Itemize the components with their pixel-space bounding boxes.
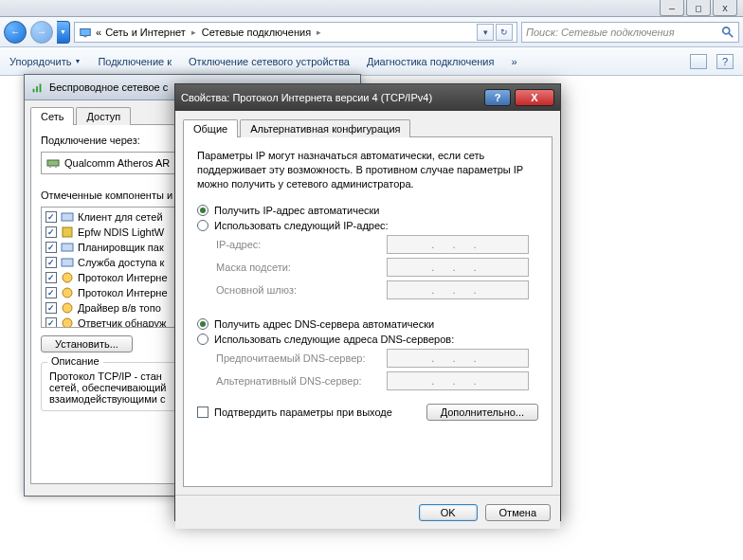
ipv4-properties-dialog: Свойства: Протокол Интернета версии 4 (T… xyxy=(174,83,561,521)
breadcrumb-sep: ▸ xyxy=(317,27,321,37)
svg-point-15 xyxy=(63,288,72,298)
svg-rect-12 xyxy=(62,244,73,251)
svg-rect-5 xyxy=(36,86,38,92)
confirm-label: Подтвердить параметры при выходе xyxy=(214,406,392,418)
tab-alt-config[interactable]: Альтернативная конфигурация xyxy=(240,119,410,137)
cancel-button[interactable]: Отмена xyxy=(485,504,551,521)
svg-point-17 xyxy=(63,318,72,328)
dialog-title: Беспроводное сетевое с xyxy=(49,81,168,93)
explorer-toolbar: Упорядочить ▼ Подключение к Отключение с… xyxy=(0,47,743,76)
help-button[interactable]: ? xyxy=(484,89,511,106)
dns-pref-input: . . . xyxy=(387,349,529,368)
svg-line-3 xyxy=(729,32,733,36)
svg-point-14 xyxy=(63,273,72,282)
advanced-button[interactable]: Дополнительно... xyxy=(426,404,538,421)
svg-rect-8 xyxy=(49,166,51,168)
refresh-button[interactable]: ↻ xyxy=(496,24,513,41)
ip-address-label: IP-адрес: xyxy=(216,239,387,250)
driver-icon xyxy=(61,301,74,315)
radio-icon xyxy=(197,318,208,330)
radio-icon xyxy=(197,334,208,345)
svg-point-16 xyxy=(63,303,72,313)
organize-menu[interactable]: Упорядочить ▼ xyxy=(9,56,81,67)
help-icon[interactable]: ? xyxy=(716,54,734,69)
dns-auto-radio[interactable]: Получить адрес DNS-сервера автоматически xyxy=(197,318,538,330)
dns-pref-label: Предпочитаемый DNS-сервер: xyxy=(216,352,387,364)
gateway-label: Основной шлюз: xyxy=(216,284,387,296)
dns-alt-label: Альтернативный DNS-сервер: xyxy=(216,375,387,387)
dialog-footer: OK Отмена xyxy=(175,495,560,529)
scheduler-icon xyxy=(61,241,74,254)
wifi-icon xyxy=(30,81,44,94)
minimize-button[interactable]: – xyxy=(660,0,684,16)
address-bar[interactable]: « Сеть и Интернет ▸ Сетевые подключения … xyxy=(74,22,517,43)
subnet-mask-input: . . . xyxy=(387,258,529,277)
search-input[interactable]: Поиск: Сетевые подключения xyxy=(521,22,739,43)
svg-rect-7 xyxy=(47,160,59,166)
svg-rect-9 xyxy=(55,166,57,168)
description-title: Описание xyxy=(47,355,103,367)
subnet-mask-label: Маска подсети: xyxy=(216,262,387,273)
protocol-icon xyxy=(61,286,74,299)
close-button[interactable]: X xyxy=(515,89,554,106)
ok-button[interactable]: OK xyxy=(419,504,478,521)
disable-device-button[interactable]: Отключение сетевого устройства xyxy=(189,56,350,67)
service-icon xyxy=(61,256,74,269)
protocol-icon xyxy=(61,271,74,284)
tab-access[interactable]: Доступ xyxy=(76,107,131,125)
radio-icon xyxy=(197,205,208,216)
checkbox[interactable]: ✓ xyxy=(45,287,57,298)
checkbox[interactable]: ✓ xyxy=(45,242,57,253)
svg-rect-0 xyxy=(81,28,91,35)
svg-rect-1 xyxy=(83,35,87,37)
search-icon xyxy=(721,26,734,39)
checkbox[interactable]: ✓ xyxy=(45,257,57,268)
breadcrumb-sep: ▸ xyxy=(191,27,196,37)
svg-point-2 xyxy=(723,27,730,33)
ip-manual-radio[interactable]: Использовать следующий IP-адрес: xyxy=(197,220,538,231)
svg-rect-13 xyxy=(62,259,73,266)
explorer-navbar: ← → ▼ « Сеть и Интернет ▸ Сетевые подклю… xyxy=(0,17,743,47)
checkbox[interactable]: ✓ xyxy=(45,317,57,328)
dns-manual-radio[interactable]: Использовать следующие адреса DNS-сервер… xyxy=(197,334,538,345)
adapter-icon xyxy=(45,155,61,171)
main-window-titlebar: – □ x xyxy=(0,0,743,17)
view-icon[interactable] xyxy=(690,54,707,69)
svg-rect-6 xyxy=(40,84,42,93)
breadcrumb-1[interactable]: Сеть и Интернет xyxy=(105,27,186,38)
client-icon xyxy=(61,210,74,224)
filter-icon xyxy=(61,226,74,239)
network-icon xyxy=(79,26,92,39)
diagnose-button[interactable]: Диагностика подключения xyxy=(367,56,494,67)
back-button[interactable]: ← xyxy=(4,21,27,44)
dialog-titlebar[interactable]: Свойства: Протокол Интернета версии 4 (T… xyxy=(175,84,560,111)
dialog-title: Свойства: Протокол Интернета версии 4 (T… xyxy=(181,92,432,103)
checkbox[interactable]: ✓ xyxy=(45,272,57,283)
connect-menu[interactable]: Подключение к xyxy=(98,56,172,67)
checkbox[interactable]: ✓ xyxy=(45,302,57,314)
svg-rect-10 xyxy=(62,213,73,221)
close-button[interactable]: x xyxy=(713,0,737,16)
toolbar-overflow[interactable]: » xyxy=(511,56,516,67)
responder-icon xyxy=(61,316,74,328)
install-button[interactable]: Установить... xyxy=(41,335,133,352)
dns-alt-input: . . . xyxy=(387,371,529,390)
confirm-checkbox[interactable]: ✓ xyxy=(197,406,208,418)
radio-icon xyxy=(197,220,208,231)
gateway-input: . . . xyxy=(387,280,529,299)
tab-network[interactable]: Сеть xyxy=(30,107,74,125)
search-placeholder: Поиск: Сетевые подключения xyxy=(526,27,675,38)
svg-rect-4 xyxy=(33,89,35,93)
checkbox[interactable]: ✓ xyxy=(45,211,57,223)
maximize-button[interactable]: □ xyxy=(686,0,711,16)
description-text: Параметры IP могут назначаться автоматич… xyxy=(197,149,538,191)
ip-auto-radio[interactable]: Получить IP-адрес автоматически xyxy=(197,205,538,216)
forward-button[interactable]: → xyxy=(30,21,53,44)
nav-history-button[interactable]: ▼ xyxy=(57,21,70,44)
breadcrumb-2[interactable]: Сетевые подключения xyxy=(202,27,311,38)
addr-dropdown-button[interactable]: ▾ xyxy=(477,24,494,41)
tab-general[interactable]: Общие xyxy=(183,119,238,137)
ip-address-input: . . . xyxy=(387,235,529,254)
addr-prefix: « xyxy=(96,27,101,38)
checkbox[interactable]: ✓ xyxy=(45,226,57,238)
